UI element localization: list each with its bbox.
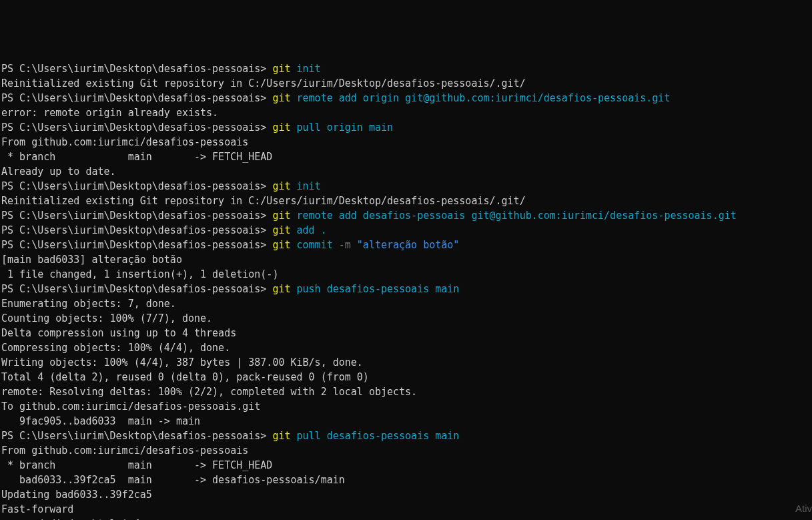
ps-prompt: PS C:\Users\iurim\Desktop\desafios-pesso…	[1, 180, 272, 192]
git-cmd: git	[272, 92, 290, 104]
output-line: Total 4 (delta 2), reused 0 (delta 0), p…	[1, 371, 369, 383]
git-subcmd: remote add origin git@github.com:iurimci…	[297, 92, 671, 104]
git-subcmd: init	[297, 63, 321, 75]
git-cmd: git	[272, 239, 290, 251]
ps-prompt: PS C:\Users\iurim\Desktop\desafios-pesso…	[1, 92, 272, 104]
git-subcmd: push desafios-pessoais main	[297, 283, 460, 295]
output-line: Counting objects: 100% (7/7), done.	[1, 312, 212, 324]
git-subcmd: init	[297, 180, 321, 192]
output-line: 1 file changed, 1 insertion(+), 1 deleti…	[1, 268, 278, 280]
output-line: From github.com:iurimci/desafios-pessoai…	[1, 445, 248, 457]
ps-prompt: PS C:\Users\iurim\Desktop\desafios-pesso…	[1, 430, 272, 442]
output-line: Already up to date.	[1, 166, 116, 178]
ps-prompt: PS C:\Users\iurim\Desktop\desafios-pesso…	[1, 283, 272, 295]
output-line: [main bad6033] alteração botão	[1, 254, 182, 266]
ps-prompt: PS C:\Users\iurim\Desktop\desafios-pesso…	[1, 239, 272, 251]
ps-prompt: PS C:\Users\iurim\Desktop\desafios-pesso…	[1, 224, 272, 236]
output-line: Enumerating objects: 7, done.	[1, 298, 176, 310]
output-line: To github.com:iurimci/desafios-pessoais.…	[1, 401, 260, 413]
output-line: Compressing objects: 100% (4/4), done.	[1, 342, 230, 354]
output-line: Reinitialized existing Git repository in…	[1, 77, 526, 89]
output-line: * branch main -> FETCH_HEAD	[1, 459, 272, 471]
git-flag: -m	[333, 239, 357, 251]
git-cmd: git	[272, 430, 290, 442]
output-line: remote: Resolving deltas: 100% (2/2), co…	[1, 386, 417, 398]
ps-prompt: PS C:\Users\iurim\Desktop\desafios-pesso…	[1, 121, 272, 134]
git-subcmd: remote add desafios-pessoais git@github.…	[297, 210, 737, 222]
git-cmd: git	[272, 63, 290, 75]
output-line: error: remote origin already exists.	[1, 107, 218, 119]
git-subcmd: pull origin main	[297, 121, 394, 134]
terminal-output[interactable]: PS C:\Users\iurim\Desktop\desafios-pesso…	[1, 61, 811, 520]
output-line: Writing objects: 100% (4/4), 387 bytes |…	[1, 356, 363, 368]
output-line: Updating bad6033..39f2ca5	[1, 489, 152, 501]
output-line: Fast-forward	[1, 503, 73, 515]
git-cmd: git	[272, 121, 290, 134]
output-line: * branch main -> FETCH_HEAD	[1, 151, 272, 163]
windows-activation-watermark: Ativ	[795, 501, 812, 516]
output-line: bad6033..39f2ca5 main -> desafios-pessoa…	[1, 474, 345, 486]
git-cmd: git	[272, 283, 290, 295]
git-subcmd: pull desafios-pessoais main	[297, 430, 460, 442]
ps-prompt: PS C:\Users\iurim\Desktop\desafios-pesso…	[1, 63, 272, 75]
output-line: Delta compression using up to 4 threads	[1, 327, 236, 339]
output-line: Reinitialized existing Git repository in…	[1, 195, 526, 207]
git-cmd: git	[272, 180, 290, 192]
commit-message: "alteração botão"	[357, 239, 460, 251]
output-line: From github.com:iurimci/desafios-pessoai…	[1, 136, 248, 148]
git-subcmd: commit	[297, 239, 333, 251]
output-line: 9fac905..bad6033 main -> main	[1, 415, 200, 427]
git-cmd: git	[272, 224, 290, 236]
git-cmd: git	[272, 210, 290, 222]
git-subcmd: add .	[297, 224, 327, 236]
ps-prompt: PS C:\Users\iurim\Desktop\desafios-pesso…	[1, 210, 272, 222]
